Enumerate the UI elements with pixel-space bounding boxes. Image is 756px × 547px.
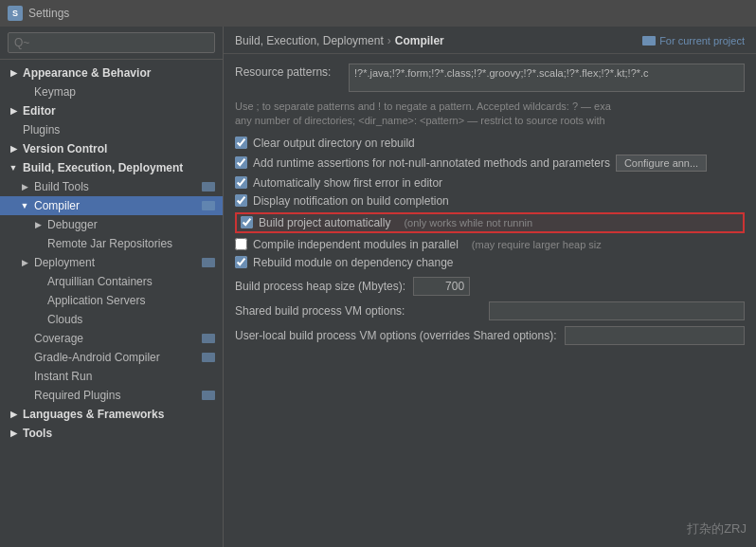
sidebar-item-plugins[interactable]: Plugins [0, 120, 223, 139]
watermark: 打杂的ZRJ [687, 520, 747, 538]
checkbox-label-clear-output: Clear output directory on rebuild [253, 137, 415, 150]
sidebar-label-languages: Languages & Frameworks [23, 408, 164, 421]
content-area: Build, Execution, Deployment › Compiler … [224, 27, 756, 547]
sidebar-item-coverage[interactable]: Coverage [0, 329, 223, 348]
sidebar-label-coverage: Coverage [34, 332, 83, 345]
shared-vm-row: Shared build process VM options: [235, 301, 745, 320]
sidebar-item-build-tools[interactable]: Build Tools [0, 177, 223, 196]
sidebar-item-keymap[interactable]: Keymap [0, 82, 223, 101]
sidebar-item-arquillian[interactable]: Arquillian Containers [0, 272, 223, 291]
sidebar-item-editor[interactable]: Editor [0, 101, 223, 120]
breadcrumb-project-label: For current project [659, 35, 745, 46]
app-icon: S [8, 6, 23, 21]
checkbox-label-compile-parallel: Compile independent modules in parallel [253, 238, 459, 251]
checkbox-show-first-error[interactable] [235, 176, 247, 189]
repo-icon-deployment [202, 258, 215, 267]
sidebar-label-arquillian: Arquillian Containers [47, 275, 153, 288]
sidebar-label-build-tools: Build Tools [34, 180, 89, 193]
checkbox-label-build-automatically: Build project automatically [259, 216, 390, 229]
breadcrumb-arrow: › [387, 34, 391, 47]
sidebar-label-tools: Tools [23, 427, 52, 440]
repo-icon-compiler [202, 201, 215, 210]
breadcrumb-path2: Compiler [395, 34, 444, 47]
checkbox-clear-output[interactable] [235, 137, 247, 149]
sidebar-item-languages[interactable]: Languages & Frameworks [0, 405, 223, 424]
shared-vm-input[interactable] [489, 301, 745, 320]
arrow-build-execution [8, 162, 19, 173]
window-title: Settings [28, 7, 69, 20]
search-box[interactable] [0, 27, 223, 60]
user-vm-row: User-local build process VM options (ove… [235, 326, 745, 345]
sidebar-item-instant-run[interactable]: Instant Run [0, 367, 223, 386]
arrow-languages [8, 409, 19, 420]
checkbox-row-rebuild-on-dependency: Rebuild module on dependency change [235, 256, 745, 269]
sidebar-label-deployment: Deployment [34, 256, 95, 269]
repo-icon-build-tools [202, 182, 215, 191]
sidebar-item-appearance[interactable]: Appearance & Behavior [0, 64, 223, 82]
sidebar-label-appearance: Appearance & Behavior [23, 66, 151, 80]
hint-text: Use ; to separate patterns and ! to nega… [235, 100, 745, 129]
sidebar-item-version-control[interactable]: Version Control [0, 139, 223, 158]
checkbox-runtime-assertions[interactable] [235, 156, 247, 169]
arrow-compiler [19, 200, 30, 211]
sidebar-label-debugger: Debugger [47, 218, 98, 231]
sidebar-label-clouds: Clouds [47, 313, 82, 326]
repo-icon-required-plugins [202, 391, 215, 400]
user-vm-input[interactable] [565, 326, 746, 345]
checkbox-row-build-automatically: Build project automatically(only works w… [235, 212, 745, 233]
sidebar-item-deployment[interactable]: Deployment [0, 253, 223, 272]
sidebar-label-gradle-android: Gradle-Android Compiler [34, 351, 160, 364]
sidebar-label-compiler: Compiler [34, 199, 80, 212]
titlebar: S Settings [0, 0, 756, 27]
sidebar-item-app-servers[interactable]: Application Servers [0, 291, 223, 310]
shared-vm-label: Shared build process VM options: [235, 304, 481, 318]
arrow-build-tools [19, 181, 30, 192]
sidebar-item-gradle-android[interactable]: Gradle-Android Compiler [0, 348, 223, 367]
resource-patterns-input[interactable]: !?*.java;!?*.form;!?*.class;!?*.groovy;!… [349, 64, 745, 92]
resource-patterns-label: Resource patterns: [235, 64, 349, 79]
heap-size-input[interactable] [413, 277, 470, 296]
sidebar-label-instant-run: Instant Run [34, 370, 92, 383]
breadcrumb: Build, Execution, Deployment › Compiler … [224, 27, 756, 54]
checkbox-row-show-first-error: Automatically show first error in editor [235, 176, 745, 190]
checkbox-rebuild-on-dependency[interactable] [235, 256, 247, 268]
sidebar-item-required-plugins[interactable]: Required Plugins [0, 386, 223, 405]
checkbox-row-runtime-assertions: Add runtime assertions for not-null-anno… [235, 155, 745, 172]
arrow-deployment [19, 257, 30, 268]
breadcrumb-path1: Build, Execution, Deployment [235, 34, 384, 47]
project-icon [642, 36, 656, 46]
search-input[interactable] [8, 32, 215, 53]
configure-btn-runtime-assertions[interactable]: Configure ann... [616, 155, 707, 172]
sidebar-item-remote-jar[interactable]: Remote Jar Repositories [0, 234, 223, 253]
sidebar-label-remote-jar: Remote Jar Repositories [47, 237, 172, 250]
resource-patterns-row: Resource patterns: !?*.java;!?*.form;!?*… [235, 64, 745, 92]
sidebar-item-compiler[interactable]: Compiler [0, 196, 223, 215]
sidebar-label-version-control: Version Control [23, 142, 107, 155]
sidebar-item-debugger[interactable]: Debugger [0, 215, 223, 234]
arrow-debugger [32, 219, 44, 230]
sidebar: Appearance & BehaviorKeymapEditorPlugins… [0, 27, 224, 547]
breadcrumb-project: For current project [642, 35, 745, 46]
sidebar-label-keymap: Keymap [34, 85, 76, 99]
sidebar-item-build-execution[interactable]: Build, Execution, Deployment [0, 158, 223, 177]
checkbox-hint-build-automatically: (only works while not runnin [404, 217, 532, 228]
sidebar-label-required-plugins: Required Plugins [34, 389, 120, 402]
sidebar-item-clouds[interactable]: Clouds [0, 310, 223, 329]
checkbox-compile-parallel[interactable] [235, 238, 247, 250]
checkbox-row-notification-on-build: Display notification on build completion [235, 194, 745, 208]
arrow-version-control [8, 143, 19, 155]
sidebar-label-plugins: Plugins [23, 123, 60, 137]
arrow-tools [8, 428, 19, 439]
sidebar-label-build-execution: Build, Execution, Deployment [23, 161, 183, 174]
main-container: Appearance & BehaviorKeymapEditorPlugins… [0, 27, 756, 547]
checkbox-build-automatically[interactable] [241, 216, 253, 228]
sidebar-label-app-servers: Application Servers [47, 294, 145, 307]
arrow-editor [8, 105, 19, 117]
sidebar-item-tools[interactable]: Tools [0, 424, 223, 443]
checkbox-row-compile-parallel: Compile independent modules in parallel(… [235, 238, 745, 251]
user-vm-label: User-local build process VM options (ove… [235, 329, 557, 342]
checkbox-notification-on-build[interactable] [235, 194, 247, 207]
checkboxes-container: Clear output directory on rebuildAdd run… [235, 137, 745, 269]
heap-size-label: Build process heap size (Mbytes): [235, 280, 405, 293]
checkbox-label-notification-on-build: Display notification on build completion [253, 194, 449, 208]
